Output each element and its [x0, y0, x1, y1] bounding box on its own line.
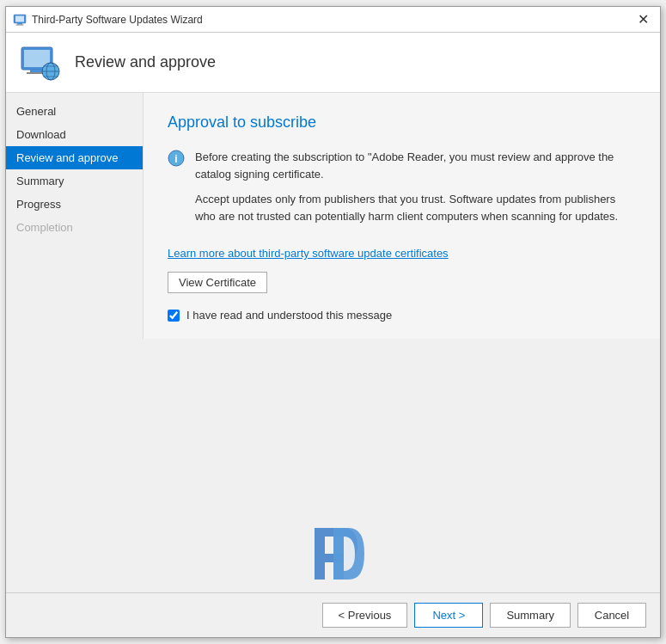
sidebar-item-completion: Completion — [6, 216, 143, 239]
svg-rect-1 — [15, 15, 24, 21]
previous-button[interactable]: < Previous — [322, 603, 408, 628]
learn-more-link[interactable]: Learn more about third-party software up… — [168, 247, 449, 260]
sidebar-item-general[interactable]: General — [6, 100, 143, 123]
wizard-window: Third-Party Software Updates Wizard ✕ Re… — [5, 6, 661, 638]
page-title: Approval to subscribe — [168, 113, 636, 132]
checkbox-row: I have read and understood this message — [168, 309, 636, 322]
wizard-header: Review and approve — [6, 33, 660, 93]
info-line2: Accept updates only from publishers that… — [195, 191, 636, 224]
checkbox-label[interactable]: I have read and understood this message — [186, 309, 392, 322]
svg-rect-2 — [17, 23, 22, 25]
view-certificate-button[interactable]: View Certificate — [168, 272, 267, 293]
window-icon — [13, 13, 27, 27]
next-button[interactable]: Next > — [414, 603, 483, 628]
header-icon — [20, 42, 61, 83]
header-title: Review and approve — [75, 53, 216, 71]
content-area: General Download Review and approve Summ… — [6, 93, 660, 339]
svg-rect-15 — [315, 528, 325, 580]
info-text: Before creating the subscription to "Ado… — [195, 149, 636, 233]
sidebar-item-review[interactable]: Review and approve — [6, 146, 143, 169]
info-icon: i — [168, 150, 185, 167]
understood-checkbox[interactable] — [168, 310, 180, 322]
cancel-button[interactable]: Cancel — [577, 603, 646, 628]
footer: < Previous Next > Summary Cancel — [6, 592, 660, 637]
title-bar-left: Third-Party Software Updates Wizard — [13, 13, 203, 27]
info-block: i Before creating the subscription to "A… — [168, 149, 636, 233]
sidebar-item-summary[interactable]: Summary — [6, 169, 143, 193]
summary-button[interactable]: Summary — [490, 603, 571, 628]
info-line1: Before creating the subscription to "Ado… — [195, 149, 636, 182]
svg-rect-3 — [16, 24, 24, 25]
close-button[interactable]: ✕ — [632, 9, 653, 30]
title-bar: Third-Party Software Updates Wizard ✕ — [6, 7, 660, 33]
sidebar: General Download Review and approve Summ… — [6, 93, 144, 339]
watermark-logo — [299, 524, 368, 584]
watermark-area — [6, 339, 660, 593]
svg-text:i: i — [174, 153, 177, 165]
window-title: Third-Party Software Updates Wizard — [32, 14, 203, 26]
main-content: Approval to subscribe i Before creating … — [144, 93, 660, 339]
sidebar-item-download[interactable]: Download — [6, 123, 143, 146]
sidebar-item-progress[interactable]: Progress — [6, 193, 143, 216]
